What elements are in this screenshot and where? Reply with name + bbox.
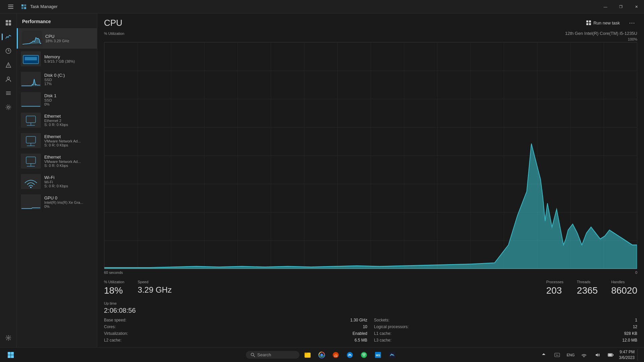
time-range-label: 60 seconds xyxy=(104,270,123,275)
main-layout: Performance CPU 18% 3.29 GHz M xyxy=(0,13,644,347)
cpu-chart xyxy=(104,42,637,269)
taskbar-app7-button[interactable] xyxy=(386,348,398,362)
taskbar-app4-button[interactable] xyxy=(344,348,356,362)
taskbar-files-button[interactable] xyxy=(302,348,314,362)
disk0-info: Disk 0 (C:) SSD 17% xyxy=(44,73,93,86)
svg-point-48 xyxy=(320,354,323,356)
processes-stat: Processes 203 xyxy=(546,280,563,296)
svg-rect-9 xyxy=(6,23,8,25)
taskbar-app3-button[interactable]: 🦊 xyxy=(330,348,342,362)
logical-key: Logical processors: xyxy=(374,324,409,329)
cores-val: 10 xyxy=(363,324,367,329)
device-item-eth3[interactable]: Ethernet VMware Network Ad... S: 0 R: 0 … xyxy=(17,151,97,171)
sidebar-item-services[interactable] xyxy=(2,101,15,114)
min-val-label: 0 xyxy=(635,270,637,275)
sidebar-item-startup[interactable] xyxy=(2,58,15,72)
l3-key: L3 cache: xyxy=(374,338,391,343)
eth3-thumbnail xyxy=(21,154,41,169)
maximize-button[interactable]: ❐ xyxy=(613,0,629,13)
speed-value: 3.29 GHz xyxy=(138,285,172,295)
sidebar-item-users[interactable] xyxy=(2,72,15,86)
device-item-eth1[interactable]: Ethernet Ethernet 2 S: 0 R: 0 Kbps xyxy=(17,110,97,130)
svg-rect-23 xyxy=(25,57,37,60)
more-options-button[interactable]: ⋯ xyxy=(627,17,637,28)
svg-rect-40 xyxy=(11,352,14,355)
taskbar-date-value: 3/6/2023 xyxy=(619,355,635,361)
logical-val: 12 xyxy=(633,324,637,329)
taskbar-app6-button[interactable]: MS xyxy=(372,348,384,362)
run-new-task-button[interactable]: Run new task xyxy=(582,18,624,27)
close-button[interactable]: ✕ xyxy=(629,0,644,13)
processes-value: 203 xyxy=(546,285,563,296)
sockets-val: 1 xyxy=(635,318,637,322)
device-item-cpu[interactable]: CPU 18% 3.29 GHz xyxy=(17,28,97,49)
device-item-gpu0[interactable]: GPU 0 Intel(R) Iris(R) Xe Gra... 0% xyxy=(17,192,97,212)
gpu0-sub: Intel(R) Iris(R) Xe Gra... xyxy=(44,200,93,204)
device-panel: Performance CPU 18% 3.29 GHz M xyxy=(17,13,97,347)
eth2-thumbnail xyxy=(21,133,41,148)
threads-value: 2365 xyxy=(577,285,598,296)
sidebar-item-app-history[interactable] xyxy=(2,44,15,58)
base-speed-val: 1.30 GHz xyxy=(350,318,367,322)
taskbar-spotify-button[interactable] xyxy=(358,348,370,362)
virt-key: Virtualization: xyxy=(104,331,128,336)
disk1-sub: SSD xyxy=(44,98,93,102)
device-item-eth2[interactable]: Ethernet VMware Network Ad... S: 0 R: 0 … xyxy=(17,130,97,151)
memory-name: Memory xyxy=(44,54,93,59)
svg-rect-2 xyxy=(8,8,13,9)
svg-rect-4 xyxy=(24,4,26,6)
eth1-val: S: 0 R: 0 Kbps xyxy=(44,123,93,127)
device-item-disk1[interactable]: Disk 1 SSD 0% xyxy=(17,89,97,110)
utilization-stat: % Utilization 18% xyxy=(104,280,124,296)
search-bar[interactable]: Search xyxy=(246,351,300,359)
show-desktop-button[interactable] xyxy=(637,349,640,361)
sidebar-settings-button[interactable] xyxy=(2,331,15,345)
panel-header: Performance xyxy=(17,16,97,28)
show-hidden-icons-button[interactable] xyxy=(538,349,549,361)
sidebar-item-overview[interactable] xyxy=(2,16,15,29)
battery-icon[interactable] xyxy=(605,349,616,361)
keyboard-icon[interactable] xyxy=(552,349,562,361)
sidebar-item-details[interactable] xyxy=(2,86,15,100)
svg-rect-42 xyxy=(11,355,14,358)
svg-rect-41 xyxy=(8,355,11,358)
svg-rect-1 xyxy=(8,6,13,7)
start-button[interactable] xyxy=(4,348,17,362)
svg-rect-39 xyxy=(8,352,11,355)
cpu-title: CPU xyxy=(104,18,122,28)
eth1-info: Ethernet Ethernet 2 S: 0 R: 0 Kbps xyxy=(44,114,93,127)
language-indicator[interactable]: ENG xyxy=(565,352,576,358)
speed-stat: Speed 3.29 GHz xyxy=(138,280,172,296)
taskbar-time-value: 9:47 PM xyxy=(619,349,635,355)
l1-row: L1 cache: 928 KB xyxy=(374,330,637,337)
cpu-info: CPU 18% 3.29 GHz xyxy=(45,34,93,43)
minimize-button[interactable]: — xyxy=(598,0,613,13)
uptime-value: 2:06:08:56 xyxy=(104,307,637,314)
handles-value: 86020 xyxy=(611,285,637,296)
eth2-info: Ethernet VMware Network Ad... S: 0 R: 0 … xyxy=(44,134,93,147)
gpu0-val: 0% xyxy=(44,204,93,208)
volume-icon[interactable] xyxy=(592,349,603,361)
device-item-disk0[interactable]: Disk 0 (C:) SSD 17% xyxy=(17,69,97,89)
eth3-info: Ethernet VMware Network Ad... S: 0 R: 0 … xyxy=(44,155,93,168)
device-item-wifi[interactable]: Wi-Fi Wi-Fi S: 0 R: 0 Kbps xyxy=(17,171,97,192)
gpu0-thumbnail xyxy=(21,194,41,209)
svg-marker-56 xyxy=(542,353,545,355)
cpu-model-label: 12th Gen Intel(R) Core(TM) i5-1235U xyxy=(565,31,637,36)
taskbar-chrome-button[interactable] xyxy=(316,348,328,362)
svg-point-20 xyxy=(6,105,11,110)
svg-rect-5 xyxy=(21,7,23,9)
svg-rect-7 xyxy=(6,20,8,22)
svg-rect-34 xyxy=(586,20,588,22)
svg-rect-36 xyxy=(586,23,588,25)
disk1-thumbnail xyxy=(21,92,41,107)
taskbar-clock[interactable]: 9:47 PM 3/6/2023 xyxy=(619,349,635,361)
device-item-memory[interactable]: Memory 5.9/15.7 GB (38%) xyxy=(17,49,97,69)
sidebar-item-performance[interactable] xyxy=(2,30,15,44)
disk0-val: 17% xyxy=(44,82,93,86)
content-title: CPU xyxy=(104,18,122,28)
hamburger-button[interactable] xyxy=(4,0,17,13)
eth3-val: S: 0 R: 0 Kbps xyxy=(44,164,93,168)
network-icon[interactable] xyxy=(579,349,589,361)
window-title: Task Manager xyxy=(30,4,58,9)
